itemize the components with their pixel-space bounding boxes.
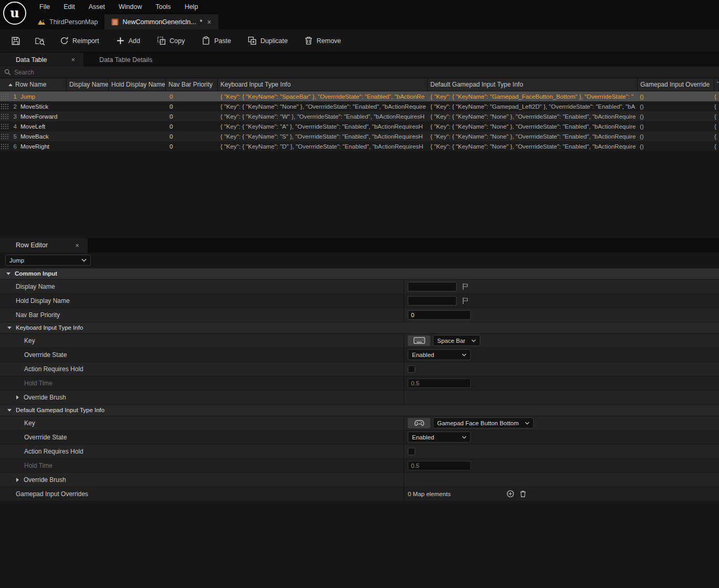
tab-close-icon[interactable]: ×	[207, 18, 212, 26]
chevron-down-icon	[525, 422, 530, 425]
keyboard-hold-time-input[interactable]	[408, 379, 471, 388]
chevron-collapsed-icon[interactable]	[16, 478, 19, 482]
table-row-movestick[interactable]: 2 MoveStick 0 { "Key": { "KeyName": "Non…	[0, 101, 719, 111]
column-gamepad-override[interactable]: Gamepad Input Override	[638, 78, 714, 91]
gamepad-hold-time-input[interactable]	[408, 461, 471, 470]
menu-asset[interactable]: Asset	[82, 0, 112, 14]
row-drag-handle-icon[interactable]	[0, 123, 9, 130]
tab-thirdpersonmap[interactable]: ThirdPersonMap	[30, 14, 104, 29]
category-common-input[interactable]: Common Input	[0, 268, 719, 280]
keyboard-action-requires-hold-checkbox[interactable]	[408, 365, 415, 373]
clear-elements-trash-icon[interactable]	[520, 490, 526, 498]
gamepad-override-state-dropdown[interactable]: Enabled	[408, 432, 471, 443]
prop-keyboard-override-state: Overrride State Enabled	[0, 348, 719, 362]
row-drag-handle-icon[interactable]	[0, 103, 9, 110]
data-table-asset-icon	[111, 18, 119, 26]
paste-label: Paste	[214, 37, 231, 45]
chevron-collapsed-icon[interactable]	[16, 395, 19, 400]
asset-toolbar: Reimport Add Copy Paste Duplicate	[0, 29, 719, 52]
keyboard-key-chip[interactable]	[408, 335, 430, 346]
menu-tools[interactable]: Tools	[149, 0, 177, 14]
menu-file[interactable]: File	[33, 0, 57, 14]
tab-data-table[interactable]: Data Table ×	[0, 52, 83, 67]
prop-hold-display-name: Hold Display Name	[0, 294, 719, 308]
cell-gamepad-override: ()	[638, 103, 714, 110]
panel-tab-bar: Data Table × Data Table Details	[0, 52, 719, 67]
cell-keyboard-input: { "Key": { "KeyName": "S" }, "OverrrideS…	[218, 133, 428, 140]
remove-button[interactable]: Remove	[300, 33, 346, 49]
row-number: 5	[9, 133, 18, 140]
row-drag-handle-icon[interactable]	[0, 93, 9, 100]
row-drag-handle-icon[interactable]	[0, 113, 9, 120]
cell-touch: {	[714, 103, 719, 110]
row-select-dropdown[interactable]: Jump	[5, 255, 91, 266]
column-hold-display-name[interactable]: Hold Display Name	[109, 78, 166, 91]
table-row-jump[interactable]: 1 Jump 0 { "Key": { "KeyName": "SpaceBar…	[0, 91, 719, 101]
tab-newcommongenericinput[interactable]: NewCommonGenericIn... * ×	[104, 14, 218, 29]
column-touch[interactable]: T	[714, 78, 719, 91]
tab-close-icon[interactable]: ×	[71, 56, 76, 64]
tab-row-editor[interactable]: Row Editor ×	[0, 238, 88, 253]
flag-icon[interactable]	[462, 297, 469, 304]
row-editor-filler	[0, 501, 719, 588]
add-element-icon[interactable]	[506, 490, 514, 498]
tab-label: ThirdPersonMap	[49, 18, 98, 26]
duplicate-button[interactable]: Duplicate	[243, 33, 292, 49]
category-keyboard-input-type-info[interactable]: Keyboard Input Type Info	[0, 322, 719, 334]
flag-icon[interactable]	[462, 283, 469, 290]
browse-to-asset-button[interactable]	[30, 33, 50, 49]
table-row-moveleft[interactable]: 4 MoveLeft 0 { "Key": { "KeyName": "A" }…	[0, 121, 719, 131]
prop-keyboard-key: Key Space Bar	[0, 334, 719, 348]
row-drag-handle-icon[interactable]	[0, 133, 9, 140]
cell-keyboard-input: { "Key": { "KeyName": "A" }, "OverrrideS…	[218, 123, 428, 130]
paste-icon	[202, 36, 210, 45]
menu-help[interactable]: Help	[178, 0, 205, 14]
prop-gamepad-hold-time: Hold Time	[0, 459, 719, 473]
prop-gamepad-action-requires-hold: Action Requires Hold	[0, 445, 719, 459]
save-button[interactable]	[6, 33, 25, 49]
add-label: Add	[129, 37, 140, 45]
display-name-input[interactable]	[408, 282, 457, 291]
column-row-name[interactable]: Row Name	[0, 78, 67, 91]
copy-button[interactable]: Copy	[152, 33, 189, 49]
column-display-name[interactable]: Display Name	[67, 78, 109, 91]
gamepad-key-dropdown[interactable]: Gamepad Face Button Bottom	[433, 417, 534, 428]
row-number: 6	[9, 143, 18, 150]
menu-window[interactable]: Window	[112, 0, 149, 14]
tab-label: NewCommonGenericIn...	[122, 18, 196, 26]
tab-data-table-details[interactable]: Data Table Details	[83, 52, 161, 67]
table-header: Row Name Display Name Hold Display Name …	[0, 78, 719, 91]
cell-gamepad-input: { "Key": { "KeyName": "None" }, "Overrri…	[428, 143, 638, 150]
search-input[interactable]	[14, 69, 715, 76]
category-default-gamepad-input-type-info[interactable]: Default Gamepad Input Type Info	[0, 405, 719, 416]
table-row-moveback[interactable]: 5 MoveBack 0 { "Key": { "KeyName": "S" }…	[0, 131, 719, 141]
row-drag-handle-icon[interactable]	[0, 143, 9, 150]
cell-nav-bar-priority: 0	[166, 133, 218, 140]
nav-bar-priority-input[interactable]	[408, 310, 471, 320]
add-row-button[interactable]: Add	[111, 33, 145, 49]
row-editor-panel: Jump Common Input Display Name Hold Disp…	[0, 253, 719, 588]
hold-display-name-input[interactable]	[408, 296, 457, 306]
keyboard-override-state-dropdown[interactable]: Enabled	[408, 349, 471, 360]
unreal-engine-logo[interactable]: u	[3, 2, 26, 25]
cell-keyboard-input: { "Key": { "KeyName": "None" }, "Overrri…	[218, 103, 428, 110]
table-row-moveforward[interactable]: 3 MoveForward 0 { "Key": { "KeyName": "W…	[0, 111, 719, 121]
reimport-label: Reimport	[72, 37, 99, 45]
gamepad-action-requires-hold-checkbox[interactable]	[408, 448, 415, 455]
cell-touch: {	[714, 113, 719, 120]
gamepad-key-chip[interactable]	[408, 418, 430, 428]
cell-keyboard-input: { "Key": { "KeyName": "W" }, "OverrrideS…	[218, 113, 428, 120]
tab-close-icon[interactable]: ×	[75, 242, 79, 249]
save-icon	[11, 36, 20, 46]
table-row-moveright[interactable]: 6 MoveRight 0 { "Key": { "KeyName": "D" …	[0, 141, 719, 151]
cell-keyboard-input: { "Key": { "KeyName": "SpaceBar" }, "Ove…	[218, 93, 428, 100]
copy-label: Copy	[170, 37, 185, 45]
prop-gamepad-input-overrides: Gamepad Input Overrides 0 Map elements	[0, 487, 719, 501]
column-nav-bar-priority[interactable]: Nav Bar Priority	[166, 78, 218, 91]
paste-button[interactable]: Paste	[197, 33, 236, 49]
keyboard-key-dropdown[interactable]: Space Bar	[433, 335, 480, 346]
column-gamepad-input[interactable]: Default Gamepad Input Type Info	[428, 78, 638, 91]
menu-edit[interactable]: Edit	[57, 0, 82, 14]
reimport-button[interactable]: Reimport	[55, 33, 104, 49]
column-keyboard-input[interactable]: Keyboard Input Type Info	[218, 78, 428, 91]
